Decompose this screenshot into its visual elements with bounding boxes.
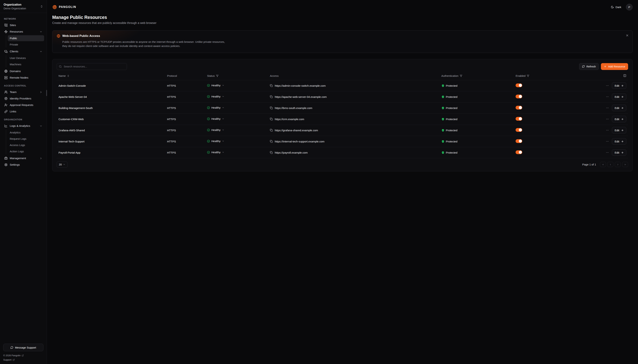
status-dropdown[interactable]: Healthy [207, 128, 224, 132]
resource-protocol: HTTPS [165, 125, 205, 136]
row-menu-button[interactable] [606, 128, 609, 132]
edit-button[interactable]: Edit [612, 116, 626, 122]
copy-url-button[interactable] [270, 106, 273, 109]
avatar[interactable]: P [626, 4, 632, 10]
org-switcher[interactable]: Organization Demo Organization [0, 0, 47, 13]
sidebar-resize-handle[interactable] [46, 90, 47, 96]
edit-button[interactable]: Edit [612, 82, 626, 89]
copy-url-button[interactable] [270, 151, 273, 154]
copy-url-button[interactable] [270, 95, 273, 98]
chevron-left-icon [609, 163, 612, 166]
status-dropdown[interactable]: Healthy [207, 140, 224, 142]
copy-url-button[interactable] [270, 118, 273, 120]
sidebar-item-logs-analytics[interactable]: Logs & Analytics [3, 123, 44, 129]
sidebar-item-analytics[interactable]: Analytics [8, 130, 44, 136]
ellipsis-icon [606, 128, 609, 132]
check-circle-icon [207, 106, 210, 109]
edit-button[interactable]: Edit [612, 149, 626, 156]
row-menu-button[interactable] [606, 140, 609, 143]
edit-button[interactable]: Edit [612, 105, 626, 111]
refresh-button[interactable]: Refresh [579, 63, 599, 70]
column-settings-button[interactable] [623, 74, 626, 78]
copy-icon [270, 118, 273, 120]
sidebar-item-approval-requests[interactable]: Approval Requests [3, 102, 44, 108]
sidebar-item-machines[interactable]: Machines [8, 61, 44, 67]
filter-icon[interactable] [460, 75, 462, 77]
copy-url-button[interactable] [270, 129, 273, 132]
sidebar-item-domains[interactable]: Domains [3, 68, 44, 74]
enabled-toggle[interactable] [516, 106, 522, 110]
sidebar-item-team[interactable]: Team [3, 89, 44, 95]
copy-url-button[interactable] [270, 84, 273, 87]
sidebar: Organization Demo Organization NETWORKSi… [0, 0, 47, 364]
sidebar-item-action-logs[interactable]: Action Logs [8, 148, 44, 154]
sidebar-item-user-devices[interactable]: User Devices [8, 55, 44, 61]
status-dropdown[interactable]: Healthy [207, 106, 224, 109]
sidebar-item-access-logs[interactable]: Access Logs [8, 142, 44, 148]
status-dropdown[interactable]: Healthy [207, 95, 224, 98]
enabled-toggle[interactable] [516, 84, 522, 87]
resource-protocol: HTTPS [165, 147, 205, 158]
copyright-link[interactable]: © 2026 Pangolin [3, 354, 24, 357]
status-dropdown[interactable]: Healthy [207, 117, 224, 120]
status-label: Healthy [211, 128, 220, 132]
add-resource-button[interactable]: Add Resource [601, 63, 628, 70]
edit-button[interactable]: Edit [612, 127, 626, 134]
sidebar-item-links[interactable]: Links [3, 108, 44, 115]
sidebar-item-public[interactable]: Public [8, 35, 44, 41]
chevron-down-icon [63, 163, 65, 166]
sidebar-item-request-logs[interactable]: Request Logs [8, 136, 44, 142]
sort-icon[interactable] [67, 75, 70, 77]
filter-icon[interactable] [216, 75, 219, 77]
prev-page-button[interactable] [607, 162, 613, 167]
row-menu-button[interactable] [606, 84, 609, 87]
user-check-icon [4, 104, 8, 107]
banner-body: Public resources are HTTPS or TCP/UDP pr… [62, 40, 225, 48]
row-menu-button[interactable] [606, 118, 609, 121]
resource-url: https://bms-south.example.com [275, 106, 312, 110]
sidebar-item-remote-nodes[interactable]: Remote Nodes [3, 74, 44, 81]
edit-label: Edit [614, 140, 619, 143]
shield-check-icon [441, 118, 445, 121]
first-page-button[interactable] [600, 162, 606, 167]
enabled-toggle[interactable] [516, 139, 522, 143]
message-support-button[interactable]: Message Support [3, 344, 43, 351]
copy-icon [270, 106, 273, 109]
chevron-down-icon [222, 95, 224, 98]
copy-url-button[interactable] [270, 140, 273, 143]
table-row: Admin-Switch-Console HTTPS Healthy https… [57, 80, 628, 91]
ellipsis-icon [606, 84, 609, 87]
sidebar-item-sites[interactable]: Sites [3, 22, 44, 28]
edit-button[interactable]: Edit [612, 94, 626, 100]
row-menu-button[interactable] [606, 95, 609, 98]
edit-button[interactable]: Edit [612, 138, 626, 144]
sidebar-item-identity-providers[interactable]: Identity Providers [3, 95, 44, 102]
sidebar-item-resources[interactable]: Resources [3, 28, 44, 35]
enabled-toggle[interactable] [516, 128, 522, 132]
last-page-button[interactable] [622, 162, 628, 167]
next-page-button[interactable] [615, 162, 621, 167]
page-size-select[interactable]: 20 [57, 162, 68, 168]
theme-toggle-button[interactable]: Dark [609, 4, 623, 10]
filter-icon[interactable] [527, 75, 529, 77]
sidebar-item-private[interactable]: Private [8, 42, 44, 48]
status-dropdown[interactable]: Healthy [207, 84, 224, 87]
sidebar-item-settings[interactable]: Settings [3, 162, 44, 168]
col-header-authentication: Authentication [441, 74, 459, 77]
enabled-toggle[interactable] [516, 150, 522, 154]
edit-label: Edit [614, 118, 619, 121]
support-link[interactable]: Support [3, 358, 15, 361]
enabled-toggle[interactable] [516, 94, 522, 98]
status-dropdown[interactable]: Healthy [207, 151, 224, 154]
resource-name: Apache-Web-Server-04 [57, 91, 165, 102]
row-menu-button[interactable] [606, 151, 609, 154]
sidebar-item-clients[interactable]: Clients [3, 48, 44, 55]
search-input[interactable] [57, 63, 127, 70]
banner-close-button[interactable] [625, 34, 629, 37]
resource-protocol: HTTPS [165, 102, 205, 114]
sidebar-item-management[interactable]: Management [3, 155, 44, 162]
enabled-toggle[interactable] [516, 117, 522, 121]
chevron-right-icon [40, 91, 42, 94]
row-menu-button[interactable] [606, 106, 609, 110]
check-circle-icon [207, 95, 210, 98]
